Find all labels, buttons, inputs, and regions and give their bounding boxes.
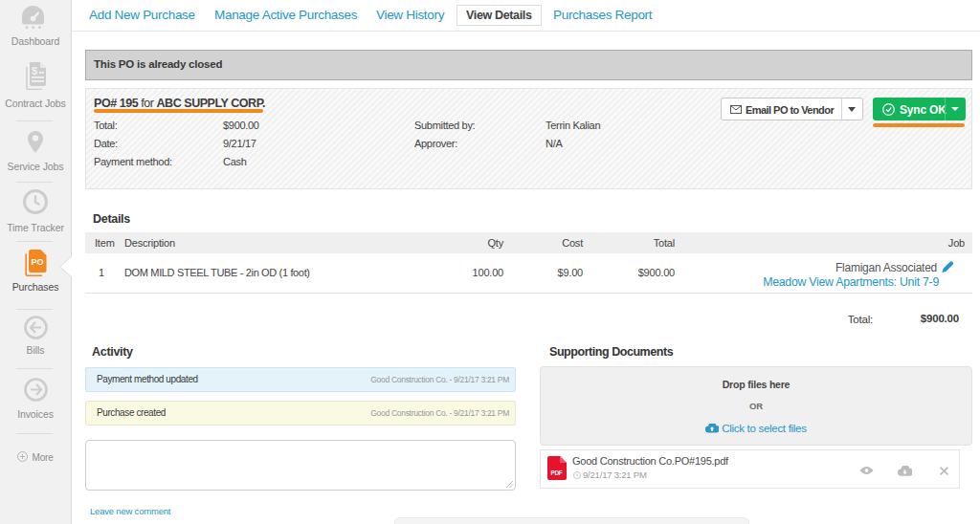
svg-text:$: $ bbox=[32, 65, 37, 76]
svg-text:PDF: PDF bbox=[550, 469, 562, 476]
svg-text:PO: PO bbox=[32, 257, 44, 267]
